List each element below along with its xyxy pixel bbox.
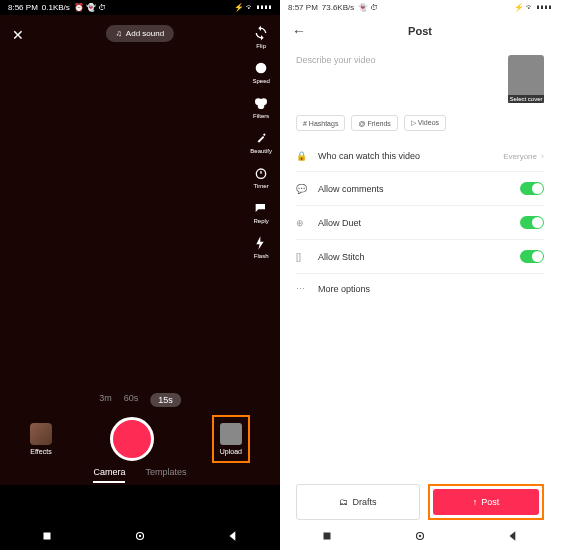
nav-back-icon[interactable]	[506, 529, 520, 543]
tool-label: Reply	[253, 218, 268, 224]
status-icons: 👻 ⏱	[358, 3, 378, 12]
beautify-icon	[253, 130, 269, 146]
status-icons: ⏰ 👻 ⏱	[74, 3, 106, 12]
effects-button[interactable]: Effects	[30, 423, 52, 455]
svg-point-0	[256, 63, 267, 74]
tab-camera[interactable]: Camera	[93, 467, 125, 483]
tool-label: Flip	[256, 43, 266, 49]
status-net: 73.6KB/s	[322, 3, 354, 12]
toggle-switch[interactable]	[520, 250, 544, 263]
speed-icon	[253, 60, 269, 76]
privacy-option[interactable]: 🔒 Who can watch this video Everyone ›	[296, 141, 544, 171]
tab-templates[interactable]: Templates	[145, 467, 186, 483]
svg-point-3	[258, 102, 265, 109]
flash-icon	[253, 235, 269, 251]
tool-label: Timer	[254, 183, 269, 189]
duet-icon: ⊕	[296, 218, 310, 228]
flash-tool[interactable]: Flash	[253, 235, 269, 259]
post-screen: 8:57 PM73.6KB/s👻 ⏱ ⚡ ᯤ ▮▮▮▮ ← Post Descr…	[280, 0, 560, 550]
camera-tools: Flip Speed Filters Beautify Timer Reply …	[250, 25, 272, 259]
option-label: Who can watch this video	[318, 151, 503, 161]
beautify-tool[interactable]: Beautify	[250, 130, 272, 154]
status-time: 8:56 PM	[8, 3, 38, 12]
nav-home-icon[interactable]	[413, 529, 427, 543]
back-button[interactable]: ←	[292, 23, 306, 39]
post-options: 🔒 Who can watch this video Everyone › 💬 …	[280, 141, 560, 304]
stitch-icon: []	[296, 252, 310, 262]
svg-point-10	[419, 535, 421, 537]
description-row: Describe your video Select cover	[280, 47, 560, 111]
nav-home-icon[interactable]	[133, 529, 147, 543]
mode-tabs: Camera Templates	[0, 467, 280, 483]
add-sound-button[interactable]: ♫ Add sound	[106, 25, 174, 42]
record-controls: Effects Upload	[0, 415, 280, 463]
upload-button[interactable]	[220, 423, 242, 445]
camera-viewport: ✕ ♫ Add sound Flip Speed Filters Beautif…	[0, 15, 280, 485]
lock-icon: 🔒	[296, 151, 310, 161]
close-button[interactable]: ✕	[12, 27, 24, 43]
timer-tool[interactable]: Timer	[253, 165, 269, 189]
videos-chip[interactable]: ▷ Videos	[404, 115, 446, 131]
effects-label: Effects	[30, 448, 51, 455]
toggle-switch[interactable]	[520, 182, 544, 195]
svg-rect-5	[43, 533, 50, 540]
upload-label: Upload	[220, 448, 242, 455]
upload-highlight: Upload	[212, 415, 250, 463]
nav-recent-icon[interactable]	[40, 529, 54, 543]
filters-icon	[253, 95, 269, 111]
camera-screen: 8:56 PM0.1KB/s⏰ 👻 ⏱ ⚡ ᯤ ▮▮▮▮ ✕ ♫ Add sou…	[0, 0, 280, 550]
option-label: Allow Duet	[318, 218, 520, 228]
tool-label: Speed	[252, 78, 269, 84]
duration-60s[interactable]: 60s	[124, 393, 139, 407]
flip-tool[interactable]: Flip	[253, 25, 269, 49]
duration-3m[interactable]: 3m	[99, 393, 112, 407]
option-label: Allow Stitch	[318, 252, 520, 262]
post-header: ← Post	[280, 15, 560, 47]
bottom-actions: 🗂 Drafts ↑ Post	[280, 484, 560, 520]
status-bar: 8:57 PM73.6KB/s👻 ⏱ ⚡ ᯤ ▮▮▮▮	[280, 0, 560, 15]
effects-icon	[30, 423, 52, 445]
select-cover-button[interactable]: Select cover	[508, 55, 544, 103]
add-sound-label: Add sound	[126, 29, 164, 38]
drafts-icon: 🗂	[339, 497, 348, 507]
friends-chip[interactable]: @ Friends	[351, 115, 397, 131]
reply-tool[interactable]: Reply	[253, 200, 269, 224]
tool-label: Beautify	[250, 148, 272, 154]
post-icon: ↑	[473, 497, 478, 507]
description-input[interactable]: Describe your video	[296, 55, 500, 103]
tool-label: Flash	[254, 253, 269, 259]
svg-rect-8	[323, 533, 330, 540]
allow-stitch-option[interactable]: [] Allow Stitch	[296, 239, 544, 273]
timer-icon	[253, 165, 269, 181]
status-net: 0.1KB/s	[42, 3, 70, 12]
option-label: Allow comments	[318, 184, 520, 194]
record-button[interactable]	[110, 417, 154, 461]
status-right-icons: ⚡ ᯤ ▮▮▮▮	[514, 3, 552, 12]
toggle-switch[interactable]	[520, 216, 544, 229]
android-nav	[0, 522, 280, 550]
chevron-right-icon: ›	[541, 151, 544, 161]
hashtags-chip[interactable]: # Hashtags	[296, 115, 345, 131]
music-note-icon: ♫	[116, 29, 122, 38]
duration-selector: 3m 60s 15s	[99, 393, 181, 407]
svg-point-7	[139, 535, 141, 537]
more-icon: ⋯	[296, 284, 310, 294]
drafts-label: Drafts	[352, 497, 376, 507]
more-options[interactable]: ⋯ More options	[296, 273, 544, 304]
post-highlight: ↑ Post	[428, 484, 544, 520]
nav-recent-icon[interactable]	[320, 529, 334, 543]
allow-duet-option[interactable]: ⊕ Allow Duet	[296, 205, 544, 239]
flip-icon	[253, 25, 269, 41]
drafts-button[interactable]: 🗂 Drafts	[296, 484, 420, 520]
status-time: 8:57 PM	[288, 3, 318, 12]
option-value: Everyone	[503, 152, 537, 161]
filters-tool[interactable]: Filters	[253, 95, 269, 119]
tool-label: Filters	[253, 113, 269, 119]
speed-tool[interactable]: Speed	[252, 60, 269, 84]
nav-back-icon[interactable]	[226, 529, 240, 543]
tag-chips: # Hashtags @ Friends ▷ Videos	[280, 111, 560, 141]
allow-comments-option[interactable]: 💬 Allow comments	[296, 171, 544, 205]
option-label: More options	[318, 284, 544, 294]
duration-15s[interactable]: 15s	[150, 393, 181, 407]
post-button[interactable]: ↑ Post	[433, 489, 539, 515]
